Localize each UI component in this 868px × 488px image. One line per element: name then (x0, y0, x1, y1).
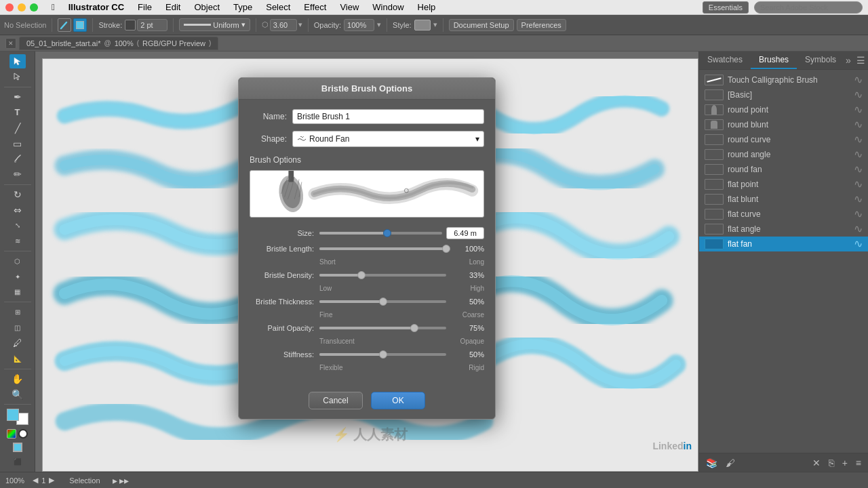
tab-symbols[interactable]: Symbols (797, 52, 844, 69)
maximize-button[interactable] (30, 3, 38, 12)
eyedropper-tool[interactable]: 🖊 (9, 336, 26, 350)
bristle-length-slider-container[interactable] (319, 243, 446, 254)
stroke-label: Stroke: (98, 21, 122, 29)
zoom-controls[interactable]: ◀ 1 ▶ (33, 476, 54, 485)
normal-view[interactable] (13, 443, 22, 452)
preferences-button[interactable]: Preferences (517, 19, 566, 31)
libraries-button[interactable]: 📚 (703, 456, 720, 470)
measure-tool[interactable]: 📐 (9, 352, 26, 366)
bristle-density-thumb[interactable] (357, 271, 366, 279)
paint-opacity-slider-container[interactable] (319, 323, 446, 333)
symbol-tool[interactable]: ✦ (9, 270, 26, 284)
menu-edit[interactable]: Edit (163, 2, 183, 12)
opacity-input[interactable]: 100% (344, 19, 374, 31)
bristle-thickness-thumb[interactable] (379, 298, 387, 306)
fill-color-box-tool[interactable] (7, 409, 19, 421)
stiffness-slider-container[interactable] (319, 349, 446, 360)
brush-item-touch-calligraphic[interactable]: Touch Calligraphic Brush ∿ (699, 73, 868, 87)
warp-tool[interactable]: ≋ (9, 234, 26, 248)
paintbrush-tool[interactable] (9, 152, 26, 166)
brush-item-round-curve[interactable]: round curve ∿ (699, 132, 868, 147)
search-stock-input[interactable] (754, 1, 863, 14)
bristle-density-max: High (470, 285, 484, 292)
menu-window[interactable]: Window (370, 2, 406, 12)
cancel-button[interactable]: Cancel (309, 392, 363, 409)
artboard-nav[interactable]: ▸ ▸▸ (113, 475, 130, 486)
rect-tool[interactable]: ▭ (9, 136, 26, 150)
essentials-button[interactable]: Essentials (703, 1, 749, 14)
menu-object[interactable]: Object (191, 2, 222, 12)
tool-label: Selection (69, 476, 100, 485)
brush-item-flat-curve[interactable]: flat curve ∿ (699, 207, 868, 222)
brush-item-round-angle[interactable]: round angle ∿ (699, 147, 868, 162)
scale-tool[interactable]: ⤡ (9, 218, 26, 232)
direct-selection-tool[interactable] (9, 70, 26, 84)
brush-item-flat-angle[interactable]: flat angle ∿ (699, 222, 868, 237)
mirror-tool[interactable]: ⇔ (9, 203, 26, 217)
style-box[interactable] (414, 20, 431, 30)
selection-tool[interactable] (9, 54, 26, 68)
bristle-thickness-slider-container[interactable] (319, 296, 446, 307)
type-tool[interactable]: T (9, 105, 26, 119)
bristle-length-thumb[interactable] (442, 245, 450, 253)
brush-wave-flat-blunt: ∿ (854, 194, 863, 205)
brushes-library-button[interactable]: 🖌 (723, 456, 738, 470)
fill-color-box[interactable] (73, 18, 87, 32)
brush-item-flat-blunt[interactable]: flat blunt ∿ (699, 192, 868, 207)
panel-menu-button[interactable]: ☰ (855, 54, 867, 67)
brush-item-basic[interactable]: [Basic] ∿ (699, 87, 868, 102)
pencil-tool[interactable]: ✏ (9, 167, 26, 182)
bristle-density-slider-container[interactable] (319, 270, 446, 281)
menu-view[interactable]: View (337, 2, 361, 12)
tab-brushes[interactable]: Brushes (751, 52, 797, 69)
apple-menu[interactable]:  (49, 2, 58, 12)
brush-name-basic: [Basic] (728, 90, 850, 100)
stroke-value-input[interactable]: 2 pt (137, 19, 167, 31)
new-brush-button[interactable]: + (840, 456, 850, 470)
options-brush-button[interactable]: ≡ (853, 456, 864, 470)
stroke-style-button[interactable]: Uniform ▾ (179, 18, 250, 31)
shape-select[interactable]: Round Fan ▾ (292, 131, 484, 147)
none-icon[interactable] (18, 429, 28, 439)
pen-tool[interactable]: ✒ (9, 90, 26, 104)
brush-item-flat-fan[interactable]: flat fan ∿ (699, 237, 868, 251)
bristle-thickness-slider-row: Bristle Thickness: 50% (250, 296, 484, 307)
document-tab[interactable]: 05_01_bristle_start.ai* @ 100% ( RGB/GPU… (19, 37, 218, 50)
name-input[interactable]: Bristle Brush 1 (292, 109, 484, 124)
tab-close-button[interactable]: ✕ (5, 38, 16, 49)
rotate-tool[interactable]: ↻ (9, 188, 26, 202)
size-slider-container[interactable] (319, 228, 442, 239)
ok-button[interactable]: OK (371, 392, 425, 409)
line-tool[interactable]: ╱ (9, 121, 26, 135)
gradient-tool[interactable]: ◫ (9, 321, 26, 335)
zoom-tool[interactable]: 🔍 (9, 387, 26, 401)
menu-effect[interactable]: Effect (301, 2, 329, 12)
hand-tool[interactable]: ✋ (9, 371, 26, 386)
duplicate-brush-button[interactable]: ⎘ (826, 456, 837, 470)
document-setup-button[interactable]: Document Setup (449, 19, 514, 31)
mesh-tool[interactable]: ⊞ (9, 305, 26, 319)
menu-help[interactable]: Help (415, 2, 439, 12)
color-mode-icon[interactable] (7, 429, 16, 439)
panel-expand-button[interactable]: » (844, 54, 852, 67)
tab-swatches[interactable]: Swatches (699, 52, 751, 69)
menu-select[interactable]: Select (263, 2, 293, 12)
column-graph-tool[interactable]: ▦ (9, 285, 26, 299)
stiffness-thumb[interactable] (379, 350, 387, 359)
brush-item-round-fan[interactable]: round fan ∿ (699, 162, 868, 177)
screen-mode-button[interactable]: ⬛ (9, 455, 26, 469)
size-slider-thumb[interactable] (383, 229, 391, 237)
brush-item-flat-point[interactable]: flat point ∿ (699, 177, 868, 192)
menu-type[interactable]: Type (231, 2, 255, 12)
blend-tool[interactable]: ⬡ (9, 254, 26, 268)
brush-item-round-blunt[interactable]: round blunt ∿ (699, 117, 868, 132)
paint-opacity-thumb[interactable] (410, 324, 418, 332)
delete-brush-button[interactable]: ✕ (810, 456, 823, 470)
size-value-input[interactable]: 3.60 (270, 19, 297, 31)
brush-item-round-point[interactable]: round point ∿ (699, 102, 868, 117)
size-value-box[interactable]: 6.49 m (446, 227, 484, 239)
minimize-button[interactable] (18, 3, 26, 12)
close-button[interactable] (5, 3, 14, 12)
menu-file[interactable]: File (135, 2, 155, 12)
brush-wave-round-blunt: ∿ (854, 119, 863, 130)
